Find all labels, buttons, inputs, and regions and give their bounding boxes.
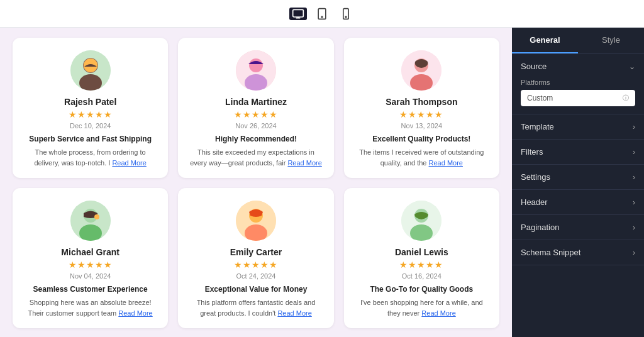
platforms-label: Platforms <box>521 79 635 86</box>
reviews-grid: Rajesh Patel ★★★★★ Dec 10, 2024 Superb S… <box>13 38 499 328</box>
platforms-input[interactable]: Custom ⓘ <box>521 90 635 106</box>
tab-style[interactable]: Style <box>578 28 644 53</box>
sidebar-section-settings[interactable]: Settings › <box>512 165 644 190</box>
info-icon: ⓘ <box>623 94 629 102</box>
svg-rect-0 <box>293 9 304 17</box>
cards-area: Rajesh Patel ★★★★★ Dec 10, 2024 Superb S… <box>0 28 512 337</box>
read-more-link[interactable]: Read More <box>118 309 152 317</box>
review-card: Emily Carter ★★★★★ Oct 24, 2024 Exceptio… <box>178 188 333 328</box>
review-date: Nov 26, 2024 <box>235 122 276 130</box>
source-chevron-icon: ⌄ <box>629 62 635 71</box>
review-card: Daniel Lewis ★★★★★ Oct 16, 2024 The Go-T… <box>344 188 499 328</box>
review-date: Oct 16, 2024 <box>402 272 441 280</box>
review-card: Michael Grant ★★★★★ Nov 04, 2024 Seamles… <box>13 188 168 328</box>
desktop-view-button[interactable] <box>289 8 307 20</box>
review-card: Sarah Thompson ★★★★★ Nov 13, 2024 Excell… <box>344 38 499 178</box>
star-rating: ★★★★★ <box>234 260 278 270</box>
review-date: Dec 10, 2024 <box>70 122 111 130</box>
toolbar <box>0 0 644 28</box>
settings-section-title: Settings <box>521 172 550 182</box>
tab-general[interactable]: General <box>512 28 578 53</box>
review-date: Nov 04, 2024 <box>70 272 111 280</box>
source-content: Platforms Custom ⓘ <box>512 79 644 114</box>
reviewer-name: Daniel Lewis <box>395 247 448 257</box>
star-rating: ★★★★★ <box>69 109 113 119</box>
sidebar-section-schema-header[interactable]: Schema Snippet › <box>512 240 644 265</box>
review-title: Highly Recommended! <box>215 135 297 143</box>
svg-point-6 <box>345 16 347 18</box>
filters-chevron-icon: › <box>633 148 635 157</box>
reviewer-name: Emily Carter <box>230 247 282 257</box>
reviewer-name: Michael Grant <box>61 247 119 257</box>
review-date: Oct 24, 2024 <box>236 272 275 280</box>
sidebar-section-filters[interactable]: Filters › <box>512 140 644 165</box>
sidebar: General Style Source ⌄ Platforms Custom … <box>512 28 644 337</box>
source-section-title: Source <box>521 62 547 71</box>
sidebar-section-header[interactable]: Header › <box>512 190 644 215</box>
sidebar-section-pagination[interactable]: Pagination › <box>512 215 644 240</box>
review-title: Excellent Quality Products! <box>372 135 470 143</box>
platforms-value: Custom <box>527 94 619 102</box>
template-section-title: Template <box>521 122 554 131</box>
review-text: This site exceeded my expectations in ev… <box>188 147 323 168</box>
sidebar-section-pagination-header[interactable]: Pagination › <box>512 215 644 240</box>
read-more-link[interactable]: Read More <box>112 159 146 167</box>
svg-point-20 <box>94 214 99 219</box>
avatar <box>70 201 111 241</box>
review-text: The items I received were of outstanding… <box>354 147 489 168</box>
sidebar-section-filters-header[interactable]: Filters › <box>512 140 644 164</box>
mobile-view-button[interactable] <box>337 8 355 20</box>
app-container: Rajesh Patel ★★★★★ Dec 10, 2024 Superb S… <box>0 0 644 337</box>
read-more-link[interactable]: Read More <box>287 159 321 167</box>
schema-section-title: Schema Snippet <box>521 248 580 257</box>
review-card: Rajesh Patel ★★★★★ Dec 10, 2024 Superb S… <box>13 38 168 178</box>
header-chevron-icon: › <box>633 198 635 207</box>
star-rating: ★★★★★ <box>234 109 278 119</box>
sidebar-section-template-header[interactable]: Template › <box>512 114 644 139</box>
pagination-chevron-icon: › <box>633 223 635 232</box>
avatar <box>401 50 441 91</box>
pagination-section-title: Pagination <box>521 223 559 232</box>
avatar <box>70 50 111 91</box>
read-more-link[interactable]: Read More <box>429 159 463 167</box>
star-rating: ★★★★★ <box>399 109 443 119</box>
sidebar-section-schema-snippet[interactable]: Schema Snippet › <box>512 240 644 265</box>
sidebar-tabs: General Style <box>512 28 644 54</box>
sidebar-section-template[interactable]: Template › <box>512 114 644 140</box>
sidebar-section-settings-header[interactable]: Settings › <box>512 165 644 189</box>
read-more-link[interactable]: Read More <box>421 309 455 317</box>
review-card: Linda Martinez ★★★★★ Nov 26, 2024 Highly… <box>178 38 333 178</box>
review-title: Exceptional Value for Money <box>205 285 308 294</box>
svg-point-4 <box>321 16 323 18</box>
sidebar-section-source[interactable]: Source ⌄ Platforms Custom ⓘ <box>512 54 644 114</box>
review-text: The whole process, from ordering to deli… <box>23 147 158 168</box>
tablet-view-button[interactable] <box>313 8 331 20</box>
reviewer-name: Linda Martinez <box>225 97 287 107</box>
review-text: I've been shopping here for a while, and… <box>354 297 489 318</box>
header-section-title: Header <box>521 197 548 207</box>
star-rating: ★★★★★ <box>69 260 113 270</box>
sidebar-section-source-header[interactable]: Source ⌄ <box>512 54 644 79</box>
review-text: This platform offers fantastic deals and… <box>188 297 323 318</box>
read-more-link[interactable]: Read More <box>277 309 311 317</box>
reviewer-name: Rajesh Patel <box>64 97 116 107</box>
review-title: Seamless Customer Experience <box>33 285 148 294</box>
star-rating: ★★★★★ <box>399 260 443 270</box>
avatar <box>401 201 441 241</box>
review-title: The Go-To for Quality Goods <box>370 285 473 294</box>
review-title: Superb Service and Fast Shipping <box>29 135 152 143</box>
review-date: Nov 13, 2024 <box>401 122 442 130</box>
filters-section-title: Filters <box>521 147 543 157</box>
settings-chevron-icon: › <box>633 173 635 182</box>
review-text: Shopping here was an absolute breeze! Th… <box>23 297 158 318</box>
reviewer-name: Sarah Thompson <box>386 97 457 107</box>
sidebar-section-header-header[interactable]: Header › <box>512 190 644 214</box>
avatar <box>236 201 276 241</box>
svg-point-12 <box>249 58 263 72</box>
avatar <box>236 50 276 91</box>
schema-chevron-icon: › <box>633 248 635 257</box>
main-layout: Rajesh Patel ★★★★★ Dec 10, 2024 Superb S… <box>0 28 644 337</box>
template-chevron-icon: › <box>633 123 635 131</box>
